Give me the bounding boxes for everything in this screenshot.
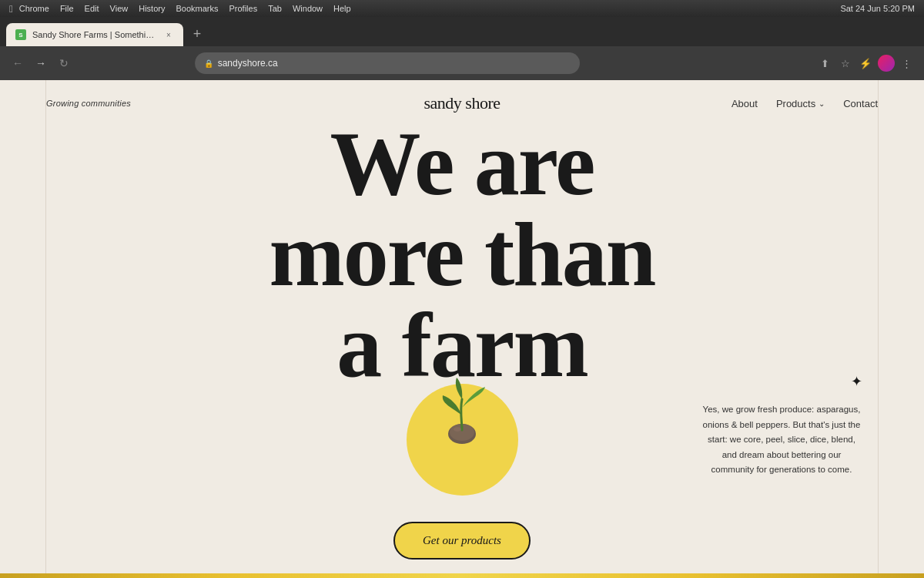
nav-tagline: Growing communities <box>46 99 131 108</box>
plant-svg <box>420 361 504 453</box>
os-menu-history[interactable]: History <box>139 4 165 13</box>
site-nav: Growing communities sandy shore About Pr… <box>0 80 924 126</box>
tab-title-text: Sandy Shore Farms | Somethin... <box>32 30 157 39</box>
forward-button[interactable]: → <box>32 55 49 72</box>
sparkle-icon: ✦ <box>701 373 862 390</box>
side-content: ✦ Yes, we grow fresh produce: asparagus,… <box>701 373 862 478</box>
cta-section: Get our products <box>0 522 924 560</box>
nav-products-label: Products <box>776 98 815 109</box>
website-content: Growing communities sandy shore About Pr… <box>0 80 924 578</box>
hero-line2: more than <box>0 210 924 301</box>
address-bar-right: ⬆ ☆ ⚡ ⋮ <box>818 55 915 72</box>
new-tab-button[interactable]: + <box>186 23 208 45</box>
share-icon[interactable]: ⬆ <box>818 55 833 71</box>
os-menu-view[interactable]: View <box>110 4 129 13</box>
os-menu-chrome[interactable]: Chrome <box>19 4 49 13</box>
os-bar-left:  Chrome File Edit View History Bookmark… <box>9 3 351 15</box>
url-bar[interactable]: 🔒 sandyshore.ca <box>195 52 580 74</box>
nav-about[interactable]: About <box>732 98 758 109</box>
site-logo[interactable]: sandy shore <box>424 93 500 113</box>
svg-point-2 <box>454 427 461 432</box>
yellow-circle <box>407 384 518 496</box>
user-avatar[interactable] <box>878 55 895 72</box>
extensions-icon[interactable]: ⚡ <box>858 55 873 71</box>
reload-button[interactable]: ↻ <box>55 55 72 72</box>
tab-bar: S Sandy Shore Farms | Somethin... × + <box>0 17 924 46</box>
menu-icon[interactable]: ⋮ <box>899 55 915 71</box>
os-bar:  Chrome File Edit View History Bookmark… <box>0 0 924 17</box>
os-menu-edit[interactable]: Edit <box>85 4 99 13</box>
os-menu-file[interactable]: File <box>60 4 74 13</box>
plant-illustration <box>407 384 518 496</box>
address-bar: ← → ↻ 🔒 sandyshore.ca ⬆ ☆ ⚡ ⋮ <box>0 46 924 80</box>
os-menu-profiles[interactable]: Profiles <box>229 4 258 13</box>
bottom-bar <box>0 573 924 578</box>
side-text: Yes, we grow fresh produce: asparagus, o… <box>701 402 862 478</box>
os-menu-help[interactable]: Help <box>333 4 351 13</box>
os-menu-bookmarks[interactable]: Bookmarks <box>176 4 218 13</box>
lock-icon: 🔒 <box>204 59 213 68</box>
os-menu: Chrome File Edit View History Bookmarks … <box>19 4 351 13</box>
back-button[interactable]: ← <box>9 55 26 72</box>
cta-button[interactable]: Get our products <box>393 522 531 560</box>
apple-menu[interactable]:  <box>9 3 13 15</box>
chevron-down-icon: ⌄ <box>819 99 825 108</box>
tab-close-button[interactable]: × <box>163 29 174 40</box>
hero-headline: We are more than a farm <box>0 119 924 391</box>
active-tab[interactable]: S Sandy Shore Farms | Somethin... × <box>6 23 183 46</box>
nav-contact[interactable]: Contact <box>843 98 878 109</box>
url-text: sandyshore.ca <box>218 58 278 69</box>
os-datetime: Sat 24 Jun 5:20 PM <box>840 4 915 13</box>
tab-favicon: S <box>15 29 26 40</box>
os-menu-window[interactable]: Window <box>293 4 323 13</box>
nav-products[interactable]: Products ⌄ <box>776 98 825 109</box>
hero-line1: We are <box>0 119 924 210</box>
nav-right: About Products ⌄ Contact <box>732 98 878 109</box>
os-menu-tab[interactable]: Tab <box>268 4 282 13</box>
bookmark-icon[interactable]: ☆ <box>838 55 853 71</box>
